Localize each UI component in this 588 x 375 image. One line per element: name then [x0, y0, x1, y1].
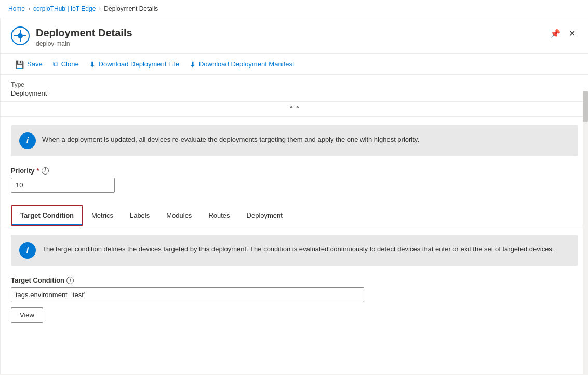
- priority-required-star: *: [37, 167, 39, 175]
- info-banner-top: i When a deployment is updated, all devi…: [11, 125, 578, 156]
- view-button[interactable]: View: [11, 307, 43, 323]
- type-value: Deployment: [11, 89, 578, 97]
- info-banner-target: i The target condition defines the devic…: [11, 235, 578, 266]
- priority-label-text: Priority: [11, 167, 35, 175]
- breadcrumb-current: Deployment Details: [104, 5, 158, 12]
- panel-header: Deployment Details deploy-main 📌 ✕: [1, 18, 588, 54]
- panel-title: Deployment Details: [36, 26, 132, 39]
- target-condition-label: Target Condition i: [11, 276, 578, 284]
- save-label: Save: [27, 60, 43, 68]
- info-icon-target: i: [19, 242, 36, 259]
- scrollbar-thumb[interactable]: [583, 91, 588, 122]
- clone-icon: ⧉: [53, 60, 58, 69]
- close-button[interactable]: ✕: [567, 26, 578, 41]
- panel-subtitle: deploy-main: [36, 40, 132, 47]
- panel-title-section: Deployment Details deploy-main: [11, 26, 132, 47]
- tab-labels[interactable]: Labels: [122, 206, 158, 225]
- download-file-button[interactable]: ⬇ Download Deployment File: [85, 58, 183, 71]
- target-condition-section: Target Condition i View: [1, 274, 588, 331]
- breadcrumb-sep-1: ›: [28, 5, 30, 12]
- save-icon: 💾: [15, 60, 24, 69]
- priority-label: Priority * i: [11, 167, 578, 175]
- download-manifest-icon: ⬇: [190, 60, 196, 69]
- type-section: Type Deployment: [1, 75, 588, 102]
- deployment-icon: [11, 26, 30, 45]
- download-file-label: Download Deployment File: [99, 60, 179, 68]
- collapse-button[interactable]: ⌃⌃: [288, 105, 301, 113]
- toolbar: 💾 Save ⧉ Clone ⬇ Download Deployment Fil…: [1, 54, 588, 75]
- info-text-top: When a deployment is updated, all device…: [42, 132, 419, 145]
- target-condition-label-text: Target Condition: [11, 276, 64, 284]
- breadcrumb: Home › corploTHub | IoT Edge › Deploymen…: [0, 0, 588, 18]
- clone-button[interactable]: ⧉ Clone: [49, 57, 83, 71]
- download-manifest-label: Download Deployment Manifest: [199, 60, 295, 68]
- priority-section: Priority * i: [1, 165, 588, 201]
- tab-metrics[interactable]: Metrics: [83, 206, 122, 225]
- download-manifest-button[interactable]: ⬇ Download Deployment Manifest: [185, 58, 299, 71]
- priority-input[interactable]: [11, 178, 115, 193]
- clone-label: Clone: [61, 60, 79, 68]
- pin-icon: 📌: [550, 29, 560, 38]
- breadcrumb-hub[interactable]: corploTHub | IoT Edge: [33, 5, 96, 12]
- tab-routes[interactable]: Routes: [200, 206, 238, 225]
- breadcrumb-home[interactable]: Home: [8, 5, 25, 12]
- tab-target-condition[interactable]: Target Condition: [12, 206, 82, 225]
- tab-modules[interactable]: Modules: [158, 206, 200, 225]
- tab-deployment[interactable]: Deployment: [238, 206, 291, 225]
- save-button[interactable]: 💾 Save: [11, 58, 47, 71]
- svg-point-1: [18, 33, 23, 38]
- priority-info-icon[interactable]: i: [42, 167, 49, 175]
- view-button-label: View: [20, 311, 34, 319]
- close-icon: ✕: [569, 29, 576, 38]
- collapse-row: ⌃⌃: [1, 102, 588, 117]
- download-file-icon: ⬇: [89, 60, 96, 69]
- target-condition-tab-wrapper: Target Condition: [11, 205, 83, 226]
- tabs-row: Target Condition Metrics Labels Modules …: [1, 205, 588, 226]
- deployment-details-panel: Deployment Details deploy-main 📌 ✕ 💾 Sav…: [0, 18, 588, 374]
- info-icon-top: i: [19, 132, 36, 149]
- breadcrumb-sep-2: ›: [99, 5, 101, 12]
- info-text-target: The target condition defines the devices…: [42, 242, 554, 255]
- type-label: Type: [11, 81, 578, 88]
- panel-title-text: Deployment Details deploy-main: [36, 26, 132, 47]
- pin-button[interactable]: 📌: [548, 26, 563, 41]
- target-condition-info-icon[interactable]: i: [66, 277, 74, 284]
- target-condition-input[interactable]: [11, 287, 364, 302]
- content-area: Type Deployment ⌃⌃ i When a deployment i…: [1, 75, 588, 358]
- scrollbar-track: [583, 91, 588, 374]
- panel-header-actions: 📌 ✕: [548, 26, 578, 41]
- collapse-icon: ⌃⌃: [288, 105, 301, 113]
